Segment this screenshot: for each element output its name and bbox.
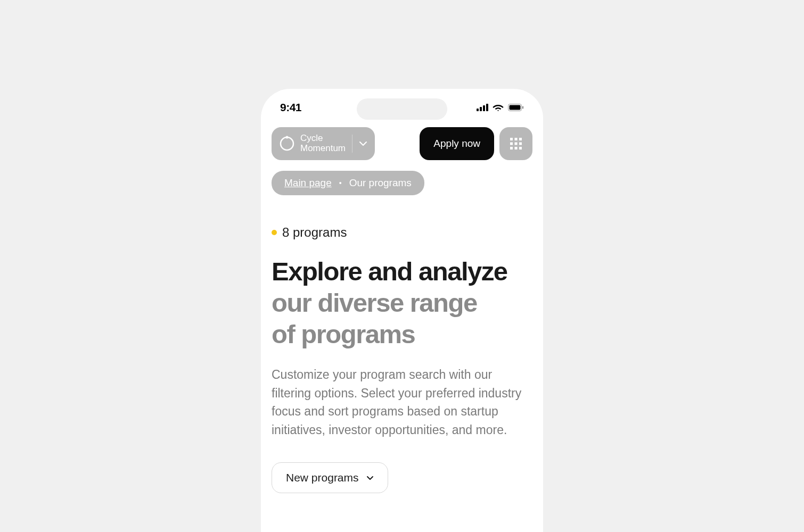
breadcrumb-home-link[interactable]: Main page	[284, 177, 332, 189]
grid-icon	[509, 137, 523, 151]
svg-rect-11	[519, 138, 522, 140]
brand-divider	[352, 135, 352, 153]
svg-point-7	[281, 137, 293, 150]
svg-rect-14	[519, 143, 522, 145]
svg-rect-2	[483, 105, 485, 111]
svg-rect-0	[477, 109, 479, 111]
brand-line2: Momentum	[300, 144, 346, 154]
chevron-down-icon	[359, 141, 367, 146]
svg-rect-10	[515, 138, 518, 140]
breadcrumb: Main page • Our programs	[272, 171, 424, 195]
svg-rect-15	[510, 147, 513, 149]
program-count-row: 8 programs	[272, 225, 532, 240]
page-description: Customize your program search with our f…	[272, 365, 532, 439]
brand-name: Cycle Momentum	[300, 134, 346, 153]
svg-rect-12	[510, 143, 513, 145]
svg-rect-17	[519, 147, 522, 149]
heading-line3: of programs	[272, 320, 415, 348]
svg-rect-9	[510, 138, 513, 140]
svg-point-8	[286, 136, 289, 139]
main-content: 8 programs Explore and analyze our diver…	[261, 200, 543, 493]
svg-rect-13	[515, 143, 518, 145]
brand-logo: Cycle Momentum	[279, 134, 346, 153]
cellular-signal-icon	[477, 104, 488, 111]
svg-rect-16	[515, 147, 518, 149]
filter-dropdown[interactable]: New programs	[272, 462, 388, 493]
cycle-logo-icon	[279, 136, 295, 152]
wifi-icon	[493, 104, 504, 112]
battery-icon	[508, 104, 524, 111]
heading-line2: our diverse range	[272, 288, 477, 317]
status-time: 9:41	[280, 101, 301, 114]
svg-rect-1	[480, 107, 482, 111]
yellow-dot-icon	[272, 230, 277, 235]
status-icons	[477, 104, 524, 112]
breadcrumb-separator: •	[339, 179, 342, 187]
device-notch	[357, 98, 447, 120]
brand-line1: Cycle	[300, 134, 346, 144]
page-heading: Explore and analyze our diverse range of…	[272, 256, 532, 350]
app-frame: 9:41 Cycle	[43, 28, 761, 504]
heading-line1: Explore and analyze	[272, 257, 507, 286]
filter-label: New programs	[286, 471, 359, 484]
program-count: 8 programs	[282, 225, 347, 240]
menu-grid-button[interactable]	[499, 127, 532, 160]
svg-rect-6	[522, 106, 523, 109]
phone-mockup: 9:41 Cycle	[261, 89, 543, 532]
brand-dropdown[interactable]: Cycle Momentum	[272, 127, 375, 160]
svg-rect-3	[486, 104, 488, 111]
chevron-down-icon	[366, 476, 374, 480]
app-header: Cycle Momentum Apply now	[261, 121, 543, 167]
apply-now-button[interactable]: Apply now	[420, 127, 494, 160]
svg-rect-5	[510, 105, 521, 110]
breadcrumb-current: Our programs	[349, 177, 412, 189]
